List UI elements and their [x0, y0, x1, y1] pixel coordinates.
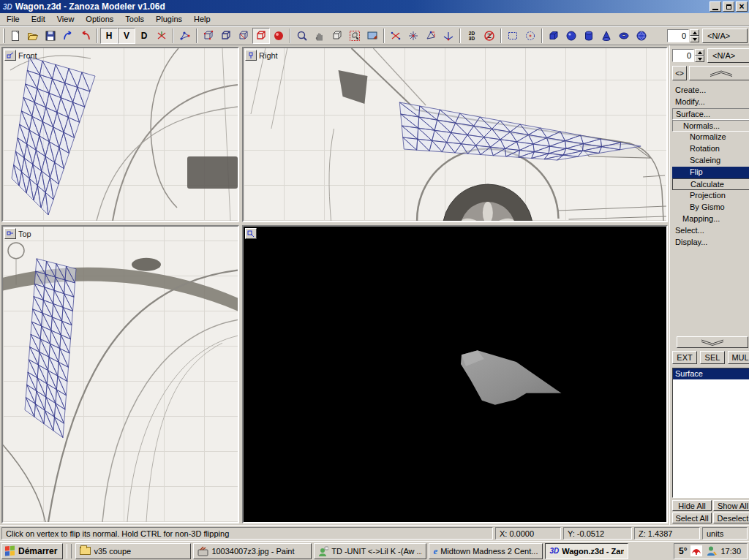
spinner-down-button[interactable]	[695, 56, 704, 62]
pan-tool-button[interactable]	[311, 28, 328, 44]
restore-button[interactable]	[723, 1, 734, 12]
vertex-weld-button[interactable]	[387, 28, 404, 44]
export-button[interactable]	[77, 28, 94, 44]
menu-file[interactable]: File	[1, 14, 26, 25]
toolbar-spinner-field[interactable]: 0	[667, 29, 689, 42]
vertex-star-button[interactable]	[404, 28, 422, 44]
menu-normalize[interactable]: Normalize	[672, 132, 749, 143]
menu-tools[interactable]: Tools	[119, 14, 150, 25]
antivirus-icon[interactable]	[690, 545, 702, 556]
new-file-button[interactable]	[7, 28, 24, 44]
create-cone-button[interactable]	[598, 28, 615, 44]
menu-plugins[interactable]: Plugins	[150, 14, 188, 25]
toggle-2d3d-button[interactable]: 2D3D	[463, 28, 481, 44]
create-sphere-button[interactable]	[562, 28, 580, 44]
edge-level-button[interactable]	[217, 28, 235, 44]
spinner-down-button[interactable]	[690, 36, 699, 42]
minimize-button[interactable]	[710, 1, 721, 12]
menu-rotation[interactable]: Rotation	[672, 143, 749, 155]
face-level-button[interactable]	[235, 28, 252, 44]
clock[interactable]: 17:30	[720, 547, 741, 556]
menu-flip[interactable]: Flip	[672, 167, 749, 178]
task-zmodeler-active[interactable]: 3D Wagon.z3d - Zanoza ...	[545, 543, 628, 559]
menu-create[interactable]: Create...	[672, 85, 749, 97]
toolbar-grip[interactable]	[3, 29, 5, 43]
start-button[interactable]: Démarrer	[1, 543, 63, 559]
vertex-level-button[interactable]	[200, 28, 217, 44]
rect-select-button[interactable]	[504, 28, 522, 44]
task-paint[interactable]: 10034007z3.jpg - Paint	[193, 543, 312, 559]
task-v35-coupe[interactable]: v35 coupe	[75, 543, 191, 559]
deselect-button[interactable]: Deselect	[713, 512, 749, 523]
top-view-button[interactable]	[4, 228, 16, 239]
collapse-down-button[interactable]	[677, 336, 748, 348]
zoom-tool-button[interactable]	[293, 28, 311, 44]
viewport-axis-icon	[7, 52, 14, 59]
menu-projection[interactable]: Projection	[672, 190, 749, 202]
sidebar-na-dropdown[interactable]: <N/A>	[707, 48, 749, 63]
menu-scaleing[interactable]: Scaleing	[672, 155, 749, 167]
show-all-button[interactable]: Show All	[713, 500, 749, 511]
select-object-button[interactable]	[346, 28, 364, 44]
menu-display[interactable]: Display...	[672, 237, 749, 249]
menu-by-gismo[interactable]: By Gismo	[672, 202, 749, 213]
create-torus-button[interactable]	[615, 28, 633, 44]
render-view-button[interactable]	[364, 28, 381, 44]
list-item-surface[interactable]: Surface	[673, 368, 749, 379]
ext-button[interactable]: EXT	[672, 351, 697, 364]
front-viewport[interactable]: Front	[1, 47, 239, 222]
menu-help[interactable]: Help	[188, 14, 217, 25]
mul-button[interactable]: MUL	[728, 351, 749, 364]
select-all-button[interactable]: Select All	[672, 512, 712, 523]
menu-normals[interactable]: Normals...	[672, 120, 749, 132]
save-button[interactable]	[42, 28, 59, 44]
open-file-button[interactable]	[24, 28, 42, 44]
menu-modify[interactable]: Modify...	[672, 97, 749, 108]
right-view-button[interactable]	[245, 50, 257, 61]
edit-vertices-button[interactable]	[176, 28, 194, 44]
object-level-button[interactable]	[252, 28, 270, 44]
weather-temp: 5°	[679, 546, 687, 556]
materials-button[interactable]	[270, 28, 287, 44]
view-cube-button[interactable]	[328, 28, 346, 44]
menu-calculate[interactable]: Calculate	[672, 178, 749, 190]
right-viewport[interactable]: Right	[242, 47, 668, 222]
collapse-up-button[interactable]	[689, 66, 749, 80]
quicklaunch-separator[interactable]	[67, 544, 72, 559]
create-cylinder-button[interactable]	[580, 28, 598, 44]
vertex-axis-button[interactable]	[440, 28, 457, 44]
3d-view-button[interactable]	[245, 228, 257, 239]
menu-view[interactable]: View	[51, 14, 80, 25]
close-button[interactable]: ×	[736, 1, 748, 12]
spinner-up-button[interactable]	[690, 29, 699, 36]
lock-z-button[interactable]	[481, 28, 498, 44]
expander-button[interactable]: <>	[672, 66, 687, 80]
circle-select-button[interactable]	[522, 28, 539, 44]
menu-select[interactable]: Select...	[672, 225, 749, 237]
task-midtown-madness[interactable]: e Midtown Madness 2 Cent...	[429, 543, 543, 559]
front-view-button[interactable]	[4, 50, 16, 61]
vertex-detach-button[interactable]	[422, 28, 440, 44]
axes-mode-button[interactable]	[153, 28, 170, 44]
vertical-toggle-button[interactable]: V	[118, 28, 135, 44]
sel-button[interactable]: SEL	[700, 351, 725, 364]
top-viewport[interactable]: Top	[1, 225, 239, 523]
sidebar-spinner-field[interactable]: 0	[672, 49, 694, 62]
depth-toggle-button[interactable]: D	[135, 28, 153, 44]
menu-edit[interactable]: Edit	[26, 14, 51, 25]
perspective-3d-viewport[interactable]	[242, 225, 668, 523]
objects-listbox[interactable]: Surface	[672, 368, 749, 498]
box-primitive-icon	[548, 30, 560, 42]
toolbar-na-dropdown[interactable]: <N/A>	[702, 29, 748, 43]
create-geosphere-button[interactable]	[633, 28, 650, 44]
create-box-button[interactable]	[545, 28, 562, 44]
import-button[interactable]	[59, 28, 77, 44]
hide-all-button[interactable]: Hide All	[672, 500, 712, 511]
menu-mapping[interactable]: Mapping...	[672, 213, 749, 225]
messenger-tray-icon[interactable]	[706, 545, 717, 556]
spinner-up-button[interactable]	[695, 49, 704, 56]
menu-options[interactable]: Options	[80, 14, 119, 25]
task-td-unit[interactable]: TD -UNIT <->Lil K -(Aw ...	[314, 543, 426, 559]
menu-surface[interactable]: Surface...	[672, 108, 749, 120]
horizontal-toggle-button[interactable]: H	[100, 28, 118, 44]
